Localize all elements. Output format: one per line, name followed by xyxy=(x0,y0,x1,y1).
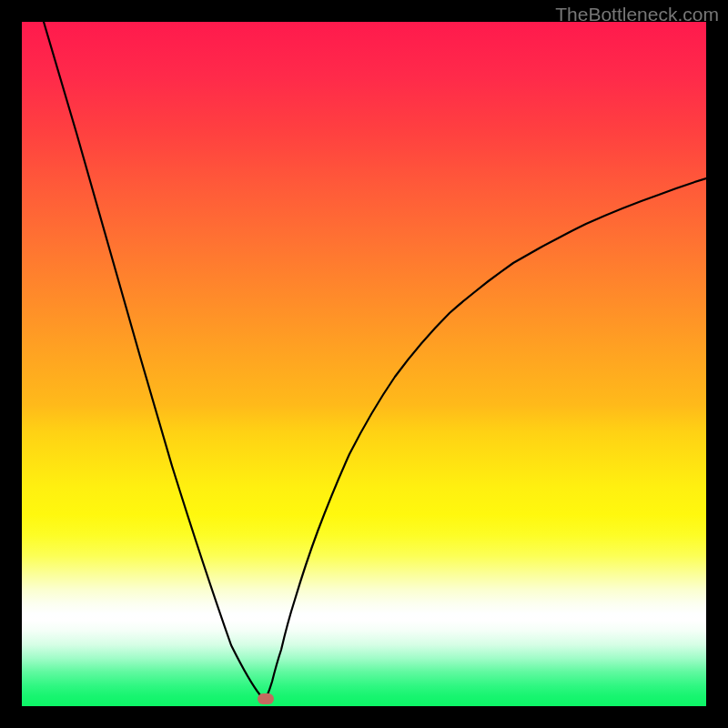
bottleneck-curve xyxy=(22,22,706,706)
curve-right-branch xyxy=(266,178,706,699)
watermark-text: TheBottleneck.com xyxy=(555,4,719,25)
curve-left-branch xyxy=(44,22,266,699)
optimal-point-marker xyxy=(258,693,274,704)
